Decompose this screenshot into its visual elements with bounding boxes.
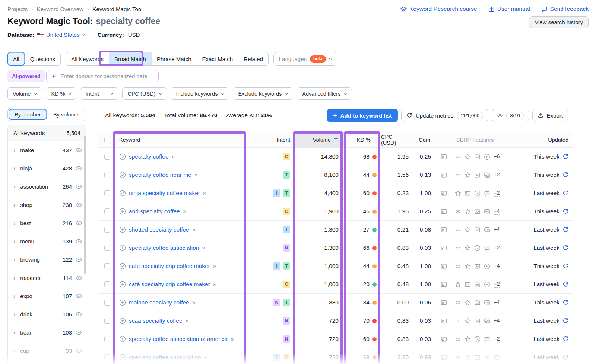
serp-more-count[interactable]: +2	[494, 245, 500, 251]
keyword-group-item[interactable]: › best 216	[8, 214, 86, 232]
tab-all-keywords[interactable]: All Keywords	[66, 52, 109, 65]
keyword-state-icon[interactable]	[119, 354, 126, 361]
filter-dropdown[interactable]: Exclude keywords	[233, 87, 293, 100]
serp-more-count[interactable]: +2	[494, 190, 500, 197]
toggle-by-number[interactable]: By number	[9, 109, 47, 120]
refresh-icon[interactable]	[562, 354, 568, 360]
expand-keyword-icon[interactable]: »	[183, 208, 186, 215]
refresh-icon[interactable]	[562, 154, 568, 160]
keyword-link[interactable]: specialty coffee association	[129, 245, 199, 251]
keyword-group-item[interactable]: › menu 139	[8, 232, 86, 250]
keyword-link[interactable]: specialty coffee subscription	[129, 354, 201, 361]
column-header-keyword[interactable]: Keyword	[114, 132, 247, 147]
column-header-updated[interactable]: Updated	[509, 132, 573, 147]
eye-icon[interactable]	[75, 220, 82, 227]
tab-broad-match[interactable]: Broad Match	[109, 52, 151, 65]
expand-keyword-icon[interactable]: »	[203, 190, 206, 197]
view-search-history-button[interactable]: View search history	[529, 16, 589, 28]
refresh-icon[interactable]	[562, 263, 568, 269]
row-checkbox[interactable]	[104, 318, 110, 324]
keyword-research-course-link[interactable]: Keyword Research course	[400, 6, 477, 12]
serp-more-count[interactable]: +2	[494, 281, 500, 288]
keyword-link[interactable]: specialty coffee association of america	[129, 336, 228, 342]
row-checkbox[interactable]	[104, 281, 110, 287]
refresh-icon[interactable]	[562, 245, 568, 251]
keyword-state-icon[interactable]	[119, 172, 126, 178]
eye-icon[interactable]	[75, 238, 82, 245]
refresh-icon[interactable]	[562, 208, 568, 214]
domain-input[interactable]	[60, 73, 154, 79]
tab-related[interactable]: Related	[238, 52, 268, 65]
eye-icon[interactable]	[75, 147, 82, 154]
expand-keyword-icon[interactable]: »	[172, 153, 175, 160]
filter-dropdown[interactable]: CPC (USD)	[122, 87, 167, 100]
keyword-group-item[interactable]: › bean 103	[8, 323, 86, 342]
serp-more-count[interactable]: +4	[494, 299, 500, 306]
keyword-state-icon[interactable]	[119, 299, 126, 306]
chevron-right-icon[interactable]: ›	[13, 275, 15, 281]
keyword-state-icon[interactable]	[119, 208, 126, 215]
keyword-group-item[interactable]: › make 437	[8, 141, 86, 159]
select-all-checkbox[interactable]	[104, 137, 110, 143]
row-checkbox[interactable]	[104, 354, 110, 360]
eye-icon[interactable]	[75, 347, 82, 354]
eye-icon[interactable]	[75, 183, 82, 190]
tab-phrase-match[interactable]: Phrase Match	[151, 52, 197, 65]
keyword-link[interactable]: scaa specialty coffee	[129, 317, 183, 324]
row-checkbox[interactable]	[104, 208, 110, 214]
settings-button[interactable]: 8/10	[492, 109, 529, 122]
eye-icon[interactable]	[75, 165, 82, 172]
keyword-group-item[interactable]: › brewing 122	[8, 250, 86, 269]
refresh-icon[interactable]	[562, 300, 568, 306]
chevron-right-icon[interactable]: ›	[13, 293, 15, 300]
eye-icon[interactable]	[75, 311, 82, 318]
keyword-link[interactable]: specialty coffee	[129, 153, 169, 160]
chevron-right-icon[interactable]: ›	[13, 147, 15, 154]
breadcrumb-projects[interactable]: Projects	[7, 6, 28, 12]
breadcrumb-keyword-overview[interactable]: Keyword Overview	[37, 6, 83, 12]
eye-icon[interactable]	[75, 329, 82, 336]
keyword-link[interactable]: and specialty coffee	[129, 208, 180, 215]
languages-dropdown[interactable]: Languages beta	[273, 52, 337, 66]
expand-keyword-icon[interactable]: »	[186, 317, 188, 324]
all-keywords-group[interactable]: All keywords5,504	[8, 125, 86, 141]
keyword-link[interactable]: specialty coffee near me	[129, 172, 191, 178]
keyword-link[interactable]: café specialty drip coffee maker	[129, 281, 210, 288]
user-manual-link[interactable]: User manual	[488, 6, 530, 12]
refresh-icon[interactable]	[562, 336, 568, 342]
keyword-group-item[interactable]: › expo 107	[8, 287, 86, 305]
chevron-right-icon[interactable]: ›	[13, 348, 15, 354]
eye-icon[interactable]	[75, 293, 82, 300]
keyword-state-icon[interactable]	[119, 190, 126, 197]
refresh-icon[interactable]	[562, 318, 568, 324]
tab-exact-match[interactable]: Exact Match	[197, 52, 238, 65]
chevron-right-icon[interactable]: ›	[13, 238, 15, 245]
chevron-right-icon[interactable]: ›	[13, 256, 15, 263]
row-checkbox[interactable]	[104, 227, 110, 233]
serp-more-count[interactable]: +4	[494, 317, 500, 324]
chevron-right-icon[interactable]: ›	[13, 202, 15, 208]
tab-all[interactable]: All	[7, 52, 25, 66]
row-checkbox[interactable]	[104, 190, 110, 196]
keyword-group-item[interactable]: › association 264	[8, 178, 86, 196]
filter-dropdown[interactable]: KD %	[46, 87, 76, 100]
expand-keyword-icon[interactable]: »	[202, 245, 205, 251]
keyword-state-icon[interactable]	[119, 317, 126, 324]
eye-icon[interactable]	[75, 201, 82, 208]
expand-keyword-icon[interactable]: »	[231, 336, 234, 342]
serp-more-count[interactable]: +6	[494, 153, 500, 160]
row-checkbox[interactable]	[104, 154, 110, 160]
chevron-right-icon[interactable]: ›	[13, 329, 15, 336]
chevron-right-icon[interactable]: ›	[13, 311, 15, 318]
chevron-right-icon[interactable]: ›	[13, 183, 15, 190]
row-checkbox[interactable]	[104, 336, 110, 342]
chevron-right-icon[interactable]: ›	[13, 220, 15, 227]
serp-more-count[interactable]: +2	[494, 172, 500, 178]
expand-keyword-icon[interactable]: »	[213, 263, 216, 269]
column-header-serp-features[interactable]: SERP Features	[436, 132, 509, 147]
row-checkbox[interactable]	[104, 172, 110, 178]
column-header-kd[interactable]: KD %	[344, 132, 381, 147]
filter-dropdown[interactable]: Intent	[80, 87, 118, 100]
sidebar-scrollbar[interactable]	[84, 136, 86, 274]
filter-dropdown[interactable]: Include keywords	[171, 87, 229, 100]
